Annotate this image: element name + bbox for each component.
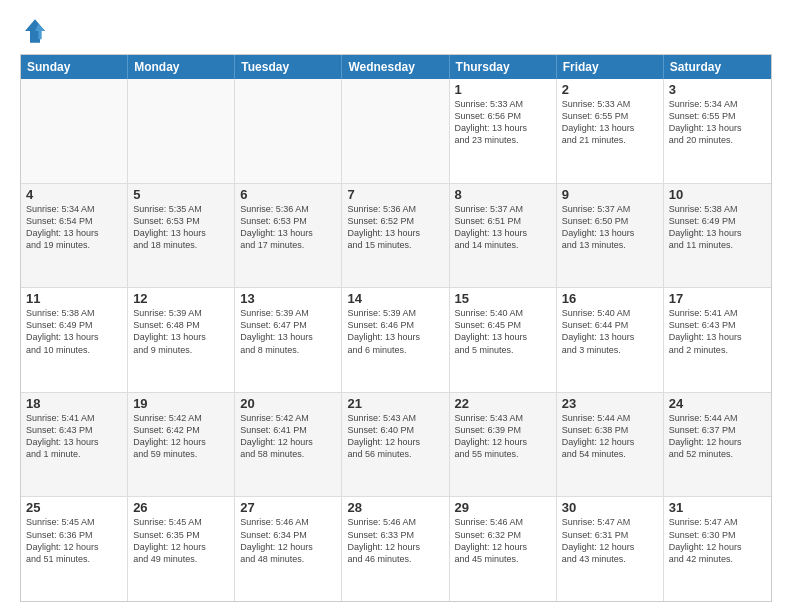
day-number: 26	[133, 500, 229, 515]
day-info: Sunrise: 5:47 AM Sunset: 6:31 PM Dayligh…	[562, 516, 658, 565]
calendar-week-2: 4Sunrise: 5:34 AM Sunset: 6:54 PM Daylig…	[21, 183, 771, 288]
day-info: Sunrise: 5:43 AM Sunset: 6:40 PM Dayligh…	[347, 412, 443, 461]
day-number: 12	[133, 291, 229, 306]
day-info: Sunrise: 5:37 AM Sunset: 6:51 PM Dayligh…	[455, 203, 551, 252]
day-info: Sunrise: 5:44 AM Sunset: 6:38 PM Dayligh…	[562, 412, 658, 461]
day-info: Sunrise: 5:43 AM Sunset: 6:39 PM Dayligh…	[455, 412, 551, 461]
day-info: Sunrise: 5:46 AM Sunset: 6:33 PM Dayligh…	[347, 516, 443, 565]
day-info: Sunrise: 5:39 AM Sunset: 6:47 PM Dayligh…	[240, 307, 336, 356]
day-number: 18	[26, 396, 122, 411]
calendar-cell	[342, 79, 449, 183]
day-number: 31	[669, 500, 766, 515]
day-info: Sunrise: 5:39 AM Sunset: 6:46 PM Dayligh…	[347, 307, 443, 356]
calendar-cell: 31Sunrise: 5:47 AM Sunset: 6:30 PM Dayli…	[664, 497, 771, 601]
day-info: Sunrise: 5:44 AM Sunset: 6:37 PM Dayligh…	[669, 412, 766, 461]
logo-icon	[20, 16, 50, 46]
day-number: 9	[562, 187, 658, 202]
calendar-cell: 24Sunrise: 5:44 AM Sunset: 6:37 PM Dayli…	[664, 393, 771, 497]
day-number: 3	[669, 82, 766, 97]
day-info: Sunrise: 5:38 AM Sunset: 6:49 PM Dayligh…	[26, 307, 122, 356]
calendar-cell: 14Sunrise: 5:39 AM Sunset: 6:46 PM Dayli…	[342, 288, 449, 392]
day-info: Sunrise: 5:46 AM Sunset: 6:34 PM Dayligh…	[240, 516, 336, 565]
header-day-monday: Monday	[128, 55, 235, 79]
day-info: Sunrise: 5:36 AM Sunset: 6:53 PM Dayligh…	[240, 203, 336, 252]
calendar-cell: 19Sunrise: 5:42 AM Sunset: 6:42 PM Dayli…	[128, 393, 235, 497]
day-number: 27	[240, 500, 336, 515]
calendar: SundayMondayTuesdayWednesdayThursdayFrid…	[20, 54, 772, 602]
day-number: 29	[455, 500, 551, 515]
calendar-cell: 10Sunrise: 5:38 AM Sunset: 6:49 PM Dayli…	[664, 184, 771, 288]
day-info: Sunrise: 5:37 AM Sunset: 6:50 PM Dayligh…	[562, 203, 658, 252]
calendar-body: 1Sunrise: 5:33 AM Sunset: 6:56 PM Daylig…	[21, 79, 771, 601]
day-info: Sunrise: 5:36 AM Sunset: 6:52 PM Dayligh…	[347, 203, 443, 252]
day-number: 1	[455, 82, 551, 97]
calendar-cell: 13Sunrise: 5:39 AM Sunset: 6:47 PM Dayli…	[235, 288, 342, 392]
calendar-cell: 18Sunrise: 5:41 AM Sunset: 6:43 PM Dayli…	[21, 393, 128, 497]
calendar-cell: 25Sunrise: 5:45 AM Sunset: 6:36 PM Dayli…	[21, 497, 128, 601]
header-day-thursday: Thursday	[450, 55, 557, 79]
calendar-cell	[21, 79, 128, 183]
calendar-cell: 9Sunrise: 5:37 AM Sunset: 6:50 PM Daylig…	[557, 184, 664, 288]
day-info: Sunrise: 5:33 AM Sunset: 6:56 PM Dayligh…	[455, 98, 551, 147]
day-number: 28	[347, 500, 443, 515]
day-number: 7	[347, 187, 443, 202]
day-number: 14	[347, 291, 443, 306]
calendar-cell: 7Sunrise: 5:36 AM Sunset: 6:52 PM Daylig…	[342, 184, 449, 288]
header-day-friday: Friday	[557, 55, 664, 79]
calendar-cell: 15Sunrise: 5:40 AM Sunset: 6:45 PM Dayli…	[450, 288, 557, 392]
day-info: Sunrise: 5:35 AM Sunset: 6:53 PM Dayligh…	[133, 203, 229, 252]
day-number: 22	[455, 396, 551, 411]
day-number: 11	[26, 291, 122, 306]
day-number: 13	[240, 291, 336, 306]
calendar-cell: 12Sunrise: 5:39 AM Sunset: 6:48 PM Dayli…	[128, 288, 235, 392]
day-info: Sunrise: 5:39 AM Sunset: 6:48 PM Dayligh…	[133, 307, 229, 356]
day-info: Sunrise: 5:42 AM Sunset: 6:42 PM Dayligh…	[133, 412, 229, 461]
header-day-saturday: Saturday	[664, 55, 771, 79]
day-info: Sunrise: 5:42 AM Sunset: 6:41 PM Dayligh…	[240, 412, 336, 461]
header	[20, 16, 772, 46]
day-info: Sunrise: 5:41 AM Sunset: 6:43 PM Dayligh…	[26, 412, 122, 461]
day-info: Sunrise: 5:40 AM Sunset: 6:45 PM Dayligh…	[455, 307, 551, 356]
calendar-cell: 27Sunrise: 5:46 AM Sunset: 6:34 PM Dayli…	[235, 497, 342, 601]
header-day-tuesday: Tuesday	[235, 55, 342, 79]
calendar-week-5: 25Sunrise: 5:45 AM Sunset: 6:36 PM Dayli…	[21, 496, 771, 601]
day-number: 25	[26, 500, 122, 515]
day-info: Sunrise: 5:40 AM Sunset: 6:44 PM Dayligh…	[562, 307, 658, 356]
calendar-cell	[128, 79, 235, 183]
page: SundayMondayTuesdayWednesdayThursdayFrid…	[0, 0, 792, 612]
calendar-cell: 28Sunrise: 5:46 AM Sunset: 6:33 PM Dayli…	[342, 497, 449, 601]
header-day-wednesday: Wednesday	[342, 55, 449, 79]
calendar-cell: 17Sunrise: 5:41 AM Sunset: 6:43 PM Dayli…	[664, 288, 771, 392]
day-info: Sunrise: 5:38 AM Sunset: 6:49 PM Dayligh…	[669, 203, 766, 252]
calendar-cell: 3Sunrise: 5:34 AM Sunset: 6:55 PM Daylig…	[664, 79, 771, 183]
calendar-cell: 23Sunrise: 5:44 AM Sunset: 6:38 PM Dayli…	[557, 393, 664, 497]
calendar-cell: 21Sunrise: 5:43 AM Sunset: 6:40 PM Dayli…	[342, 393, 449, 497]
day-info: Sunrise: 5:34 AM Sunset: 6:54 PM Dayligh…	[26, 203, 122, 252]
calendar-cell: 16Sunrise: 5:40 AM Sunset: 6:44 PM Dayli…	[557, 288, 664, 392]
day-number: 8	[455, 187, 551, 202]
day-info: Sunrise: 5:47 AM Sunset: 6:30 PM Dayligh…	[669, 516, 766, 565]
calendar-cell	[235, 79, 342, 183]
calendar-cell: 8Sunrise: 5:37 AM Sunset: 6:51 PM Daylig…	[450, 184, 557, 288]
day-number: 4	[26, 187, 122, 202]
calendar-cell: 20Sunrise: 5:42 AM Sunset: 6:41 PM Dayli…	[235, 393, 342, 497]
day-info: Sunrise: 5:41 AM Sunset: 6:43 PM Dayligh…	[669, 307, 766, 356]
calendar-cell: 1Sunrise: 5:33 AM Sunset: 6:56 PM Daylig…	[450, 79, 557, 183]
day-info: Sunrise: 5:33 AM Sunset: 6:55 PM Dayligh…	[562, 98, 658, 147]
calendar-cell: 6Sunrise: 5:36 AM Sunset: 6:53 PM Daylig…	[235, 184, 342, 288]
day-number: 10	[669, 187, 766, 202]
day-number: 16	[562, 291, 658, 306]
calendar-cell: 26Sunrise: 5:45 AM Sunset: 6:35 PM Dayli…	[128, 497, 235, 601]
day-number: 21	[347, 396, 443, 411]
header-day-sunday: Sunday	[21, 55, 128, 79]
calendar-cell: 29Sunrise: 5:46 AM Sunset: 6:32 PM Dayli…	[450, 497, 557, 601]
day-info: Sunrise: 5:45 AM Sunset: 6:35 PM Dayligh…	[133, 516, 229, 565]
calendar-week-4: 18Sunrise: 5:41 AM Sunset: 6:43 PM Dayli…	[21, 392, 771, 497]
day-number: 2	[562, 82, 658, 97]
calendar-week-3: 11Sunrise: 5:38 AM Sunset: 6:49 PM Dayli…	[21, 287, 771, 392]
day-number: 24	[669, 396, 766, 411]
calendar-cell: 22Sunrise: 5:43 AM Sunset: 6:39 PM Dayli…	[450, 393, 557, 497]
day-number: 19	[133, 396, 229, 411]
calendar-cell: 5Sunrise: 5:35 AM Sunset: 6:53 PM Daylig…	[128, 184, 235, 288]
calendar-header-row: SundayMondayTuesdayWednesdayThursdayFrid…	[21, 55, 771, 79]
